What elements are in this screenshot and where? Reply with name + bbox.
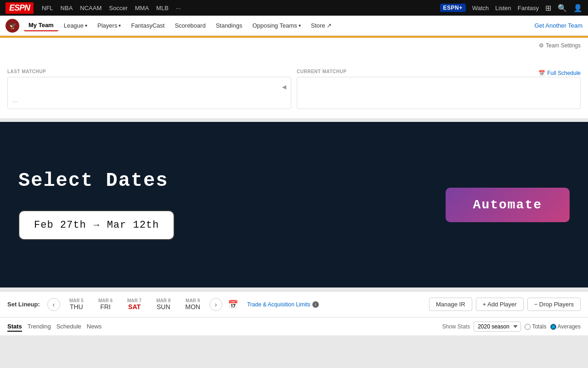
season-select[interactable]: 2020 season [474, 322, 521, 332]
current-matchup-section: CURRENT MATCHUP 📅 Full Schedule [297, 69, 581, 109]
tab-stats[interactable]: Stats [7, 322, 22, 332]
last-matchup-box: ◀ — [7, 77, 291, 109]
top-nav: ESPN NFL NBA NCAAM Soccer MMA MLB ··· ES… [0, 0, 588, 16]
matchup-left-arrow-icon: ◀ [282, 84, 286, 90]
day-sat-label: MAR 7 [127, 298, 141, 303]
day-thu-label: MAR 5 [69, 298, 84, 303]
date-range-button[interactable]: Feb 27th → Mar 12th [18, 210, 175, 240]
nav-nfl[interactable]: NFL [42, 5, 53, 12]
averages-radio[interactable] [550, 324, 556, 330]
league-chevron-icon: ▾ [85, 23, 87, 28]
stats-tabs: Stats Trending Schedule News [7, 322, 102, 332]
current-matchup-box [297, 77, 581, 109]
team-settings-label: Team Settings [546, 42, 581, 49]
nav-mma[interactable]: MMA [135, 5, 149, 12]
day-fri[interactable]: MAR 6 FRI [93, 296, 118, 312]
lineup-prev-button[interactable]: ‹ [47, 298, 60, 311]
drop-players-button[interactable]: − Drop Players [527, 298, 581, 311]
main-content: ⚙ Team Settings LAST MATCHUP ◀ — CURRENT… [0, 36, 588, 335]
last-matchup-label: LAST MATCHUP [7, 69, 291, 74]
select-dates-left: Select Dates Feb 27th → Mar 12th [18, 170, 446, 240]
day-sun-name: SUN [157, 303, 170, 310]
full-schedule-link[interactable]: 📅 Full Schedule [538, 70, 581, 76]
day-fri-label: MAR 6 [98, 298, 113, 303]
team-icon: 🦅 [6, 19, 19, 33]
nav-nba[interactable]: NBA [61, 5, 73, 12]
current-matchup-label: CURRENT MATCHUP [297, 69, 346, 74]
totals-radio[interactable] [525, 324, 531, 330]
matchup-dash: — [12, 98, 18, 105]
day-mon-label: MAR 9 [186, 298, 200, 303]
full-schedule-text: Full Schedule [547, 70, 581, 76]
averages-radio-label[interactable]: Averages [550, 323, 581, 330]
manage-ir-button[interactable]: Manage IR [429, 298, 472, 311]
nav-more[interactable]: ··· [176, 5, 181, 12]
fantasy-link[interactable]: Fantasy [518, 5, 539, 12]
nav-league[interactable]: League ▾ [59, 20, 92, 31]
grid-icon[interactable]: ⊞ [545, 4, 551, 12]
top-nav-right: ESPN+ Watch Listen Fantasy ⊞ 🔍 👤 [440, 4, 583, 12]
current-matchup-header: CURRENT MATCHUP 📅 Full Schedule [297, 69, 581, 77]
add-player-button[interactable]: + Add Player [476, 298, 524, 311]
nav-players[interactable]: Players ▾ [93, 20, 125, 31]
opposing-teams-chevron-icon: ▾ [299, 23, 301, 28]
totals-label: Totals [532, 323, 546, 330]
set-lineup-bar: Set Lineup: ‹ MAR 5 THU MAR 6 FRI MAR 7 … [0, 292, 588, 317]
matchup-row: LAST MATCHUP ◀ — CURRENT MATCHUP 📅 Full … [0, 65, 588, 113]
tab-news[interactable]: News [87, 322, 102, 332]
nav-soccer[interactable]: Soccer [109, 5, 127, 12]
nav-my-team[interactable]: My Team [24, 20, 58, 31]
nav-store[interactable]: Store ↗ [306, 20, 337, 31]
date-arrow-icon: → [94, 220, 100, 230]
date-to: Mar 12th [107, 219, 159, 231]
team-card-inner [0, 38, 588, 65]
watch-link[interactable]: Watch [472, 5, 489, 12]
trade-limits-link[interactable]: Trade & Acquisition Limits i [247, 301, 319, 308]
nav-standings[interactable]: Standings [211, 20, 247, 31]
day-mon[interactable]: MAR 9 MON [180, 296, 206, 312]
profile-icon[interactable]: 👤 [573, 4, 582, 12]
nav-fantasycast[interactable]: FantasyCast [126, 20, 169, 31]
settings-gear-icon: ⚙ [539, 42, 544, 49]
day-thu[interactable]: MAR 5 THU [64, 296, 89, 312]
trade-limits-info-icon[interactable]: i [312, 301, 319, 308]
last-matchup-section: LAST MATCHUP ◀ — [7, 69, 291, 109]
show-stats-label: Show Stats [442, 323, 470, 330]
espn-logo[interactable]: ESPN [6, 2, 34, 14]
show-stats-section: Show Stats 2020 season Totals Averages [442, 322, 581, 332]
search-icon[interactable]: 🔍 [558, 4, 567, 12]
set-lineup-container: Set Lineup: ‹ MAR 5 THU MAR 6 FRI MAR 7 … [0, 291, 588, 335]
listen-link[interactable]: Listen [495, 5, 511, 12]
tab-trending[interactable]: Trending [28, 322, 51, 332]
trade-limits-text: Trade & Acquisition Limits [247, 301, 311, 308]
team-card: ⚙ Team Settings LAST MATCHUP ◀ — CURRENT… [0, 36, 588, 118]
nav-opposing-teams[interactable]: Opposing Teams ▾ [248, 20, 305, 31]
lineup-actions: Manage IR + Add Player − Drop Players [429, 298, 581, 311]
day-sun-label: MAR 8 [156, 298, 170, 303]
secondary-nav-links: My Team League ▾ Players ▾ FantasyCast S… [24, 20, 532, 31]
day-sun[interactable]: MAR 8 SUN [151, 296, 176, 312]
select-dates-section: Select Dates Feb 27th → Mar 12th Automat… [0, 122, 588, 288]
top-nav-links: NFL NBA NCAAM Soccer MMA MLB ··· [42, 5, 181, 12]
nav-ncaam[interactable]: NCAAM [80, 5, 102, 12]
nav-mlb[interactable]: MLB [156, 5, 169, 12]
averages-label: Averages [558, 323, 581, 330]
lineup-calendar-icon[interactable]: 📅 [228, 299, 238, 310]
team-settings-link[interactable]: ⚙ Team Settings [539, 42, 581, 49]
day-sat[interactable]: MAR 7 SAT [122, 296, 147, 312]
day-fri-name: FRI [100, 303, 111, 310]
get-another-team-link[interactable]: Get Another Team [534, 22, 582, 29]
day-mon-name: MON [185, 303, 200, 310]
matchup-arrow: ◀ [12, 82, 286, 90]
automate-button[interactable]: Automate [446, 188, 570, 222]
players-chevron-icon: ▾ [119, 23, 121, 28]
day-sat-name: SAT [128, 303, 141, 310]
select-dates-title: Select Dates [18, 170, 446, 192]
lineup-next-button[interactable]: › [209, 298, 222, 311]
nav-scoreboard[interactable]: Scoreboard [170, 20, 210, 31]
secondary-nav: 🦅 My Team League ▾ Players ▾ FantasyCast… [0, 16, 588, 36]
tab-schedule[interactable]: Schedule [57, 322, 81, 332]
stats-bar: Stats Trending Schedule News Show Stats … [0, 317, 588, 335]
espn-plus-badge[interactable]: ESPN+ [440, 4, 466, 12]
totals-radio-label[interactable]: Totals [525, 323, 546, 330]
